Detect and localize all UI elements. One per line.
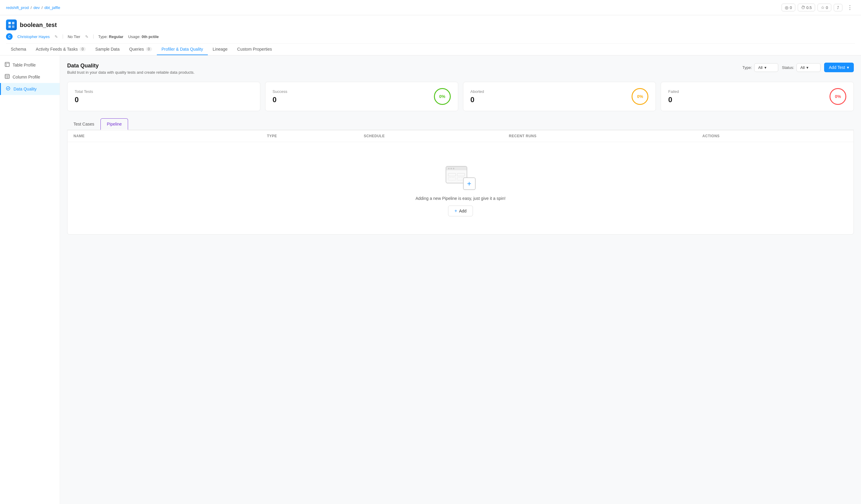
aborted-circle: 0% [632,88,648,105]
views-button[interactable]: ◎ 0 [781,4,795,11]
divider [63,34,63,39]
stat-total-tests: Total Tests 0 [67,82,260,111]
edit-owner-icon[interactable]: ✎ [55,34,58,39]
eye-icon: ◎ [785,5,789,10]
col-actions: ACTIONS [702,134,848,138]
success-circle: 0% [434,88,451,105]
dropdown-icon: ▾ [847,65,849,70]
nav-tabs: Schema Activity Feeds & Tasks 0 Sample D… [6,43,855,55]
breadcrumb: redshift_prod / dev / dbt_jaffle [6,5,60,10]
breadcrumb-dev[interactable]: dev [33,5,40,10]
sidebar-item-table-profile[interactable]: Table Profile [0,59,60,71]
svg-rect-3 [12,26,14,28]
status-control: Status: All ▾ [782,63,820,72]
edit-tier-icon[interactable]: ✎ [85,34,88,39]
tier-info: No Tier [68,34,80,39]
empty-message: Adding a new Pipeline is easy, just give… [415,196,505,201]
app-logo-row: boolean_test [6,19,855,30]
failed-circle: 0% [830,88,846,105]
dq-title: Data Quality [67,62,195,69]
page-header: boolean_test C Christopher Hayes ✎ No Ti… [0,15,861,55]
status-label: Status: [782,65,794,70]
sidebar-label-table-profile: Table Profile [13,62,36,67]
stat-success: Success 0 0% [265,82,458,111]
stat-aborted: Aborted 0 0% [463,82,656,111]
star-icon: ☆ [821,5,825,10]
sub-tab-pipeline[interactable]: Pipeline [100,118,128,130]
tab-schema[interactable]: Schema [6,44,31,55]
sub-tab-test-cases[interactable]: Test Cases [67,118,100,130]
empty-add-icon: + [463,177,476,190]
sidebar-item-data-quality[interactable]: Data Quality [0,83,60,95]
owner-row: C Christopher Hayes ✎ No Tier ✎ Type: Re… [6,33,855,40]
empty-state: + Adding a new Pipeline is easy, just gi… [67,142,853,234]
table-header: NAME TYPE SCHEDULE RECENT RUNS ACTIONS [67,130,853,142]
data-quality-icon [6,86,11,92]
tab-custom-properties[interactable]: Custom Properties [232,44,277,55]
app-title: boolean_test [20,22,57,28]
col-name: NAME [73,134,267,138]
table-profile-icon [5,62,10,68]
stats-row: Total Tests 0 Success 0 0% Aborted 0 0% [67,82,854,111]
tab-profiler-data-quality[interactable]: Profiler & Data Quality [157,44,208,55]
clock-icon: ⏱ [801,5,805,10]
visits-button[interactable]: ⏱ 0.5 [798,4,815,11]
col-schedule: SCHEDULE [364,134,509,138]
add-pipeline-button[interactable]: + Add [448,206,473,216]
sidebar-label-column-profile: Column Profile [13,75,40,80]
col-recent-runs: RECENT RUNS [509,134,702,138]
tab-activity-feeds[interactable]: Activity Feeds & Tasks 0 [31,44,90,55]
usage-info: Usage: 0th pctile [128,34,159,39]
sidebar-label-data-quality: Data Quality [13,87,37,92]
empty-illustration: + [446,166,476,190]
breadcrumb-redshift[interactable]: redshift_prod [6,5,29,10]
tab-lineage[interactable]: Lineage [208,44,232,55]
sidebar: Table Profile Column Profile Data Qual [0,55,60,504]
type-label: Type: [742,65,752,70]
pipeline-table: NAME TYPE SCHEDULE RECENT RUNS ACTIONS [67,130,854,235]
dq-header: Data Quality Build trust in your data wi… [67,62,854,75]
status-select[interactable]: All ▾ [796,63,821,72]
tab-sample-data[interactable]: Sample Data [91,44,124,55]
svg-rect-0 [9,22,11,24]
stars-button[interactable]: ☆ 0 [818,4,831,11]
sub-tabs: Test Cases Pipeline [67,118,854,130]
add-button-label: Add [459,209,467,213]
plus-icon: + [454,208,457,214]
app-logo-icon [6,19,17,30]
chevron-down-icon: ▾ [764,65,767,70]
dq-description: Build trust in your data with quality te… [67,70,195,75]
svg-rect-1 [12,22,14,24]
share-icon: ⤴ [837,5,839,10]
stat-failed: Failed 0 0% [661,82,854,111]
sidebar-item-column-profile[interactable]: Column Profile [0,71,60,83]
breadcrumb-dbt[interactable]: dbt_jaffle [44,5,60,10]
main-layout: Table Profile Column Profile Data Qual [0,55,861,504]
chevron-down-icon2: ▾ [806,65,808,70]
tab-queries[interactable]: Queries 0 [124,44,157,55]
type-info: Type: Regular [98,34,124,39]
more-options-button[interactable]: ⋮ [845,3,855,12]
divider2 [93,34,94,39]
main-content: Data Quality Build trust in your data wi… [60,55,861,504]
svg-rect-4 [5,62,9,67]
type-select[interactable]: All ▾ [754,63,778,72]
share-button[interactable]: ⤴ [834,4,843,11]
top-actions: ◎ 0 ⏱ 0.5 ☆ 0 ⤴ ⋮ [781,3,855,12]
owner-name[interactable]: Christopher Hayes [17,34,50,39]
dq-controls: Type: All ▾ Status: All ▾ Add Test ▾ [742,62,854,72]
type-control: Type: All ▾ [742,63,779,72]
add-test-button[interactable]: Add Test ▾ [824,62,854,72]
svg-rect-2 [9,26,11,28]
avatar: C [6,33,13,40]
col-type: TYPE [267,134,364,138]
column-profile-icon [5,74,10,80]
dq-title-block: Data Quality Build trust in your data wi… [67,62,195,75]
top-bar: redshift_prod / dev / dbt_jaffle ◎ 0 ⏱ 0… [0,0,861,15]
